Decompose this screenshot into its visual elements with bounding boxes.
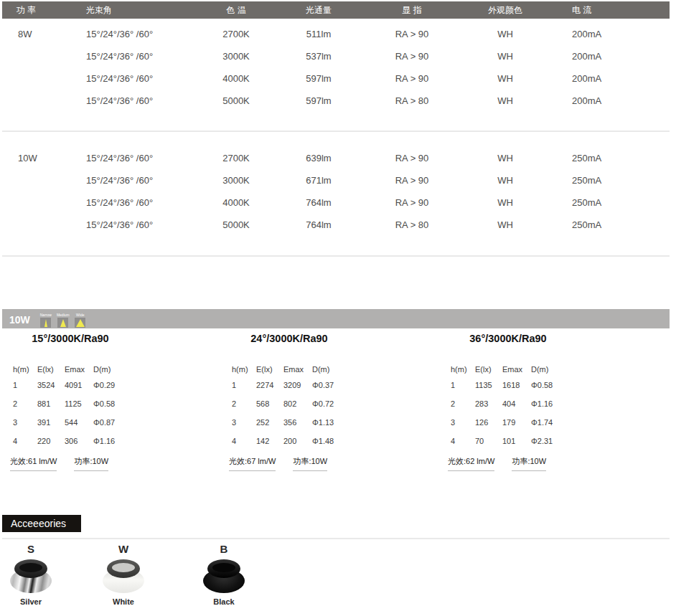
col-e: E(lx) <box>475 365 502 374</box>
beam-angle-cell: 15°/24°/36° /60° <box>80 73 200 84</box>
current-cell: 250mA <box>552 153 670 164</box>
power-cell: 10W <box>2 153 80 164</box>
cct-cell: 4000K <box>200 73 272 84</box>
spec-row: 15°/24°/36° /60° 3000K 537lm RA > 90 WH … <box>2 45 670 67</box>
beam-angle-cell: 15°/24°/36° /60° <box>80 51 200 62</box>
cct-cell: 3000K <box>200 175 272 186</box>
beam-angle-cell: 15°/24°/36° /60° <box>80 29 200 39</box>
current-cell: 250mA <box>552 197 670 208</box>
spec-row: 8W 15°/24°/36° /60° 2700K 511lm RA > 90 … <box>2 23 670 45</box>
col-h: h(m) <box>13 365 37 374</box>
current-cell: 200mA <box>552 95 670 106</box>
col-header-cct: 色 温 <box>200 4 272 16</box>
beam-wide-label: Wide <box>76 313 84 317</box>
col-h: h(m) <box>451 365 475 374</box>
power-value: 功率:10W <box>74 456 108 471</box>
beam-angle-cell: 15°/24°/36° /60° <box>80 175 200 186</box>
photometric-table-columns: h(m) E(lx) Emax D(m) <box>232 363 386 376</box>
beam-angle-cell: 15°/24°/36° /60° <box>80 153 200 164</box>
finish-cell: WH <box>459 175 552 186</box>
accessory-label: Black <box>201 597 247 606</box>
cri-cell: RA > 90 <box>365 29 459 39</box>
accessory-white: W White <box>100 543 146 606</box>
wide-beam-icon <box>75 318 85 328</box>
col-h: h(m) <box>232 365 256 374</box>
flux-cell: 537lm <box>272 51 365 62</box>
finish-cell: WH <box>459 219 552 230</box>
photometric-footer: 光效:67 lm/W 功率:10W <box>229 456 386 471</box>
spec-sheet-page: 功 率 光束角 色 温 光通量 显 指 外观颜色 电 流 8W 15°/24°/… <box>0 0 676 616</box>
photometry-section-bar: 10W Narrow Medium Wide <box>2 309 670 328</box>
cri-cell: RA > 80 <box>365 219 459 230</box>
col-d: D(m) <box>312 365 347 374</box>
photometric-table-24deg: 24°/3000K/Ra90 h(m) E(lx) Emax D(m) 1 22… <box>221 333 386 471</box>
narrow-beam-icon <box>40 318 51 328</box>
finish-cell: WH <box>459 29 552 39</box>
photometric-row: 2 568 802 Φ0.72 <box>232 394 386 413</box>
spec-row: 15°/24°/36° /60° 5000K 597lm RA > 80 WH … <box>2 90 670 112</box>
efficacy-value: 光效:67 lm/W <box>229 456 276 471</box>
photometric-table-title: 24°/3000K/Ra90 <box>232 333 347 344</box>
photometric-row: 4 142 200 Φ1.48 <box>232 432 386 450</box>
accessory-code: W <box>100 543 146 559</box>
photometric-row: 4 220 306 Φ1.16 <box>13 432 167 450</box>
beam-medium-label: Medium <box>57 313 70 317</box>
col-emax: Emax <box>283 365 312 374</box>
photometric-table-columns: h(m) E(lx) Emax D(m) <box>13 363 167 376</box>
cct-cell: 5000K <box>200 95 272 106</box>
spec-row: 15°/24°/36° /60° 4000K 597lm RA > 90 WH … <box>2 67 670 90</box>
beam-angle-cell: 15°/24°/36° /60° <box>80 219 200 230</box>
cri-cell: RA > 90 <box>365 197 459 208</box>
photometric-footer: 光效:61 lm/W 功率:10W <box>10 456 167 471</box>
power-value: 功率:10W <box>512 456 546 471</box>
accessories-divider <box>2 538 670 539</box>
cct-cell: 3000K <box>200 51 272 62</box>
cct-cell: 5000K <box>200 219 272 230</box>
photometric-row: 1 2274 3209 Φ0.37 <box>232 376 386 394</box>
accessory-code: S <box>8 543 54 559</box>
spec-row: 15°/24°/36° /60° 5000K 764lm RA > 80 WH … <box>2 214 670 236</box>
col-header-current: 电 流 <box>552 4 670 16</box>
photometric-row: 4 70 101 Φ2.31 <box>451 432 605 450</box>
flux-cell: 639lm <box>272 153 365 164</box>
beam-narrow: Narrow <box>40 313 52 328</box>
power-cell: 8W <box>2 29 80 39</box>
photometric-table-36deg: 36°/3000K/Ra90 h(m) E(lx) Emax D(m) 1 11… <box>440 333 605 471</box>
spec-row: 10W 15°/24°/36° /60° 2700K 639lm RA > 90… <box>2 147 670 169</box>
cri-cell: RA > 90 <box>365 73 459 84</box>
beam-wide: Wide <box>75 313 86 328</box>
photometric-table-title: 15°/3000K/Ra90 <box>13 333 128 344</box>
flux-cell: 671lm <box>272 175 365 186</box>
col-header-beam-angle: 光束角 <box>80 4 200 16</box>
section-divider <box>2 131 670 132</box>
cct-cell: 4000K <box>200 197 272 208</box>
photometric-row: 3 391 544 Φ0.87 <box>13 413 167 432</box>
flux-cell: 764lm <box>272 197 365 208</box>
section-divider <box>2 255 670 257</box>
silver-trim-ring-image <box>10 559 52 594</box>
power-value: 功率:10W <box>293 456 327 471</box>
photometric-row: 2 881 1125 Φ0.58 <box>13 394 167 413</box>
cri-cell: RA > 80 <box>365 95 459 106</box>
accessory-silver: S Silver <box>8 543 54 606</box>
current-cell: 200mA <box>552 29 670 39</box>
photometric-row: 2 283 404 Φ1.16 <box>451 394 605 413</box>
photometric-table-columns: h(m) E(lx) Emax D(m) <box>451 363 605 376</box>
efficacy-value: 光效:62 lm/W <box>448 456 494 471</box>
beam-icons: Narrow Medium Wide <box>40 313 86 328</box>
black-trim-ring-image <box>203 559 245 594</box>
photometric-table-title: 36°/3000K/Ra90 <box>451 333 565 344</box>
spec-row: 15°/24°/36° /60° 3000K 671lm RA > 90 WH … <box>2 169 670 191</box>
photometric-row: 3 252 356 Φ1.13 <box>232 413 386 432</box>
cct-cell: 2700K <box>200 29 272 39</box>
accessory-label: Silver <box>8 597 54 606</box>
cri-cell: RA > 90 <box>365 51 459 62</box>
accessories-banner: Acceeeories <box>2 515 81 532</box>
flux-cell: 511lm <box>272 29 365 39</box>
finish-cell: WH <box>459 197 552 208</box>
col-header-flux: 光通量 <box>272 4 365 16</box>
col-emax: Emax <box>502 365 531 374</box>
beam-angle-cell: 15°/24°/36° /60° <box>80 95 200 106</box>
col-emax: Emax <box>65 365 93 374</box>
finish-cell: WH <box>459 95 552 106</box>
